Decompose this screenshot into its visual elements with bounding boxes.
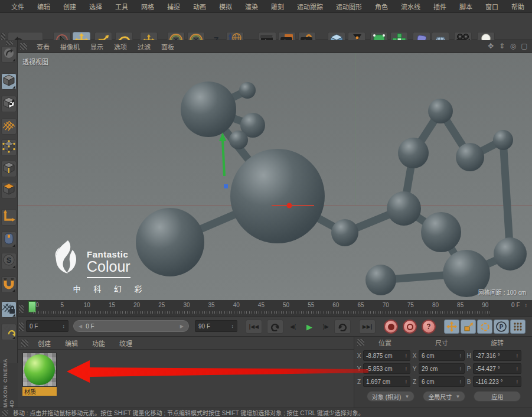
timeline-frame-field[interactable]: 0 F ↕ [511,302,527,308]
main-toolbar: X Y Z [0,13,532,40]
tick-label: 80 [429,302,442,308]
size-field[interactable]: 6 cm↕ [419,350,465,361]
menu-item[interactable]: 编辑 [32,1,56,12]
maximize-icon[interactable]: ▢ [520,42,528,50]
end-frame-field[interactable]: 90 F ↕ [195,320,237,332]
menu-item[interactable]: 动画 [188,1,211,12]
menu-item[interactable]: 文件 [6,1,30,12]
viewport-menu-item[interactable]: 显示 [86,41,108,53]
goto-start-button[interactable]: |◀◀ [246,320,262,334]
record-keyframe-button[interactable] [384,320,398,334]
material-thumbnail[interactable] [22,353,57,387]
material-menu-grip[interactable] [21,340,28,347]
viewport-menu-item[interactable]: 过滤 [133,41,155,53]
perspective-viewport[interactable]: 透视视图 Fantastic Colour 中 科 幻 彩 网格间距 : 100… [18,53,532,300]
snap-button[interactable] [1,276,17,293]
menu-item[interactable]: 插件 [428,1,452,12]
autokey-button[interactable] [403,320,417,334]
menu-item[interactable]: 运动跟踪 [292,1,328,12]
size-field[interactable]: 6 cm↕ [419,376,465,387]
position-field[interactable]: 1.697 cm↕ [363,376,410,387]
menu-item[interactable]: 渲染 [240,1,263,12]
orbit-icon[interactable]: ◎ [509,42,517,50]
material-menu-bar: 创建编辑功能纹理 [18,337,354,350]
make-editable-button[interactable] [1,46,17,63]
align-workplane-button[interactable] [1,324,17,340]
menu-item[interactable]: 捕捉 [162,1,185,12]
viewport-menu-item[interactable]: 查看 [32,41,54,53]
frame-range-slider[interactable]: ◀ 0 F ▶ [73,320,189,332]
slider-right-arrow-icon[interactable]: ▶ [180,324,184,329]
rotation-field[interactable]: -54.427 °↕ [473,363,521,374]
material-menu-item[interactable]: 功能 [87,337,110,349]
viewport-solo-button[interactable]: S [1,253,17,269]
pan-icon[interactable]: ✥ [487,42,495,50]
transport-grip[interactable] [19,322,24,331]
coordinate-mode-dropdown[interactable]: 对象 (相对)▼ [367,391,414,402]
lock-workplane-button[interactable] [1,301,17,318]
play-button[interactable]: ▶ [301,320,318,334]
workplane-mode-button[interactable] [1,118,17,135]
zoom-icon[interactable]: ⇕ [498,42,506,50]
apply-button[interactable]: 应用 [474,391,521,402]
watermark-line2: Colour [87,259,130,274]
keyframe-selection-button[interactable]: ? [422,320,436,334]
menu-item[interactable]: 工具 [110,1,133,12]
menu-item[interactable]: 帮助 [506,1,530,12]
slider-left-arrow-icon[interactable]: ◀ [79,324,82,329]
coordinate-grip[interactable] [357,339,364,346]
menu-item[interactable]: 窗口 [480,1,504,12]
points-mode-button[interactable] [1,139,17,156]
viewport-menu-item[interactable]: 选项 [109,41,132,53]
key-position-toggle[interactable] [444,320,459,334]
rotation-field[interactable]: -116.223 °↕ [473,376,521,387]
play-loop-left-button[interactable] [267,320,283,334]
position-field[interactable]: -8.875 cm↕ [363,350,410,361]
menu-item[interactable]: 模拟 [214,1,237,12]
tweak-mode-button[interactable] [1,232,17,248]
next-key-button[interactable]: )▶ [318,320,334,334]
key-rotation-toggle[interactable] [477,320,492,334]
material-menu-item[interactable]: 纹理 [115,337,137,349]
viewport-menu-item[interactable]: 摄像机 [56,41,84,53]
stepper-icon[interactable]: ↕ [525,302,528,308]
size-mode-dropdown[interactable]: 全局尺寸▼ [423,391,465,402]
tick-label: 40 [230,302,243,308]
menu-item[interactable]: 雕刻 [266,1,289,12]
size-field[interactable]: 29 cm↕ [419,363,465,374]
menu-item[interactable]: 选择 [84,1,107,12]
edges-mode-button[interactable] [1,161,17,177]
menu-item[interactable]: 脚本 [454,1,478,12]
stepper-icon[interactable]: ↕ [63,323,66,329]
chevron-down-icon: ▼ [404,394,409,399]
viewport-menu-item[interactable]: 面板 [156,41,179,53]
material-menu-item[interactable]: 编辑 [60,337,83,349]
polygons-mode-button[interactable] [1,182,17,198]
key-pla-toggle[interactable] [510,320,526,334]
previous-key-button[interactable]: ◀( [285,320,301,334]
timeline-ruler[interactable]: 051015202530354045505560657075808590 0 F… [18,300,532,317]
menu-item[interactable]: 运动图形 [331,1,367,12]
enable-axis-button[interactable] [1,209,17,226]
material-manager: 创建编辑功能纹理 材质 [18,337,354,408]
start-frame-field[interactable]: 0 F ↕ [26,320,68,332]
key-scale-toggle[interactable] [461,320,476,334]
axis-label: Y [356,366,362,372]
position-field[interactable]: -5.853 cm↕ [363,363,410,374]
menu-item[interactable]: 网格 [136,1,159,12]
key-parameter-toggle[interactable]: P [494,320,509,334]
menu-item[interactable]: 创建 [58,1,81,12]
leftbar-grip[interactable] [6,41,13,45]
material-menu-item[interactable]: 创建 [33,337,56,349]
menu-item[interactable]: 角色 [370,1,393,12]
material-name-label[interactable]: 材质 [22,387,57,396]
model-mode-button[interactable] [1,73,17,90]
goto-end-button[interactable]: ▶▶| [359,320,376,334]
timeline-grip[interactable] [19,305,24,313]
texture-mode-button[interactable] [1,96,17,112]
rotation-field[interactable]: -27.316 °↕ [473,350,521,361]
stepper-icon[interactable]: ↕ [231,323,234,329]
play-loop-right-button[interactable] [334,320,351,334]
viewport-menu-grip[interactable] [20,43,27,50]
menu-item[interactable]: 流水线 [396,1,426,12]
